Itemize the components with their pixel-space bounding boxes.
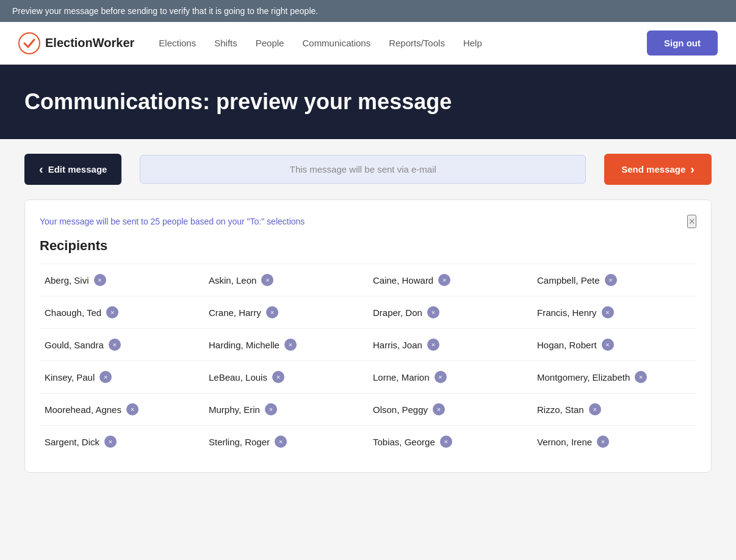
recipient-cell: Olson, Peggy×	[368, 393, 532, 425]
recipient-name: Harris, Joan	[373, 340, 422, 350]
recipient-name: Sterling, Roger	[209, 437, 270, 447]
send-message-button[interactable]: Send message ›	[604, 154, 712, 185]
remove-recipient-button[interactable]: ×	[104, 436, 117, 448]
edit-message-button[interactable]: ‹ Edit message	[24, 154, 121, 185]
recipient-name: Tobias, George	[373, 437, 435, 447]
recipients-notice: Your message will be sent to 25 people b…	[40, 215, 696, 228]
remove-recipient-button[interactable]: ×	[440, 436, 452, 448]
close-notice-button[interactable]: ×	[687, 215, 696, 228]
recipient-name: Rizzo, Stan	[537, 404, 584, 415]
chevron-left-icon: ‹	[39, 162, 43, 176]
remove-recipient-button[interactable]: ×	[433, 403, 445, 415]
navbar: ElectionWorker Elections Shifts People C…	[0, 22, 736, 65]
remove-recipient-button[interactable]: ×	[272, 371, 284, 383]
edit-message-label: Edit message	[48, 164, 107, 174]
remove-recipient-button[interactable]: ×	[602, 306, 614, 318]
logo[interactable]: ElectionWorker	[18, 32, 134, 54]
recipients-grid: Aberg, Sivi×Askin, Leon×Caine, Howard×Ca…	[40, 264, 696, 458]
sign-out-button[interactable]: Sign out	[647, 31, 718, 56]
nav-people[interactable]: People	[256, 38, 284, 48]
page-title: Communications: preview your message	[24, 89, 712, 115]
recipient-name: Moorehead, Agnes	[45, 404, 121, 415]
remove-recipient-button[interactable]: ×	[427, 306, 439, 318]
logo-text: ElectionWorker	[45, 36, 134, 50]
recipient-cell: Gould, Sandra×	[40, 328, 204, 361]
recipient-cell: LeBeau, Louis×	[204, 361, 368, 393]
remove-recipient-button[interactable]: ×	[427, 339, 439, 351]
top-banner: Preview your message before sending to v…	[0, 0, 736, 22]
recipient-cell: Rizzo, Stan×	[532, 393, 696, 425]
remove-recipient-button[interactable]: ×	[589, 403, 601, 415]
svg-point-0	[19, 33, 40, 54]
nav-help[interactable]: Help	[463, 38, 482, 48]
remove-recipient-button[interactable]: ×	[106, 306, 118, 318]
recipient-cell: Vernon, Irene×	[532, 425, 696, 458]
remove-recipient-button[interactable]: ×	[266, 306, 278, 318]
recipient-cell: Caine, Howard×	[368, 264, 532, 296]
recipient-cell: Campbell, Pete×	[532, 264, 696, 296]
recipient-name: Caine, Howard	[373, 275, 433, 285]
main-content: Your message will be sent to 25 people b…	[0, 199, 736, 497]
recipient-name: Vernon, Irene	[537, 437, 592, 447]
recipient-cell: Tobias, George×	[368, 425, 532, 458]
remove-recipient-button[interactable]: ×	[438, 274, 450, 286]
message-type-box: This message will be sent via e-mail	[140, 155, 586, 184]
remove-recipient-button[interactable]: ×	[126, 403, 139, 415]
recipient-cell: Sargent, Dick×	[40, 425, 204, 458]
recipients-card: Your message will be sent to 25 people b…	[24, 199, 712, 473]
recipient-name: Murphy, Erin	[209, 404, 260, 415]
remove-recipient-button[interactable]: ×	[94, 274, 106, 286]
recipient-cell: Aberg, Sivi×	[40, 264, 204, 296]
remove-recipient-button[interactable]: ×	[265, 403, 277, 415]
remove-recipient-button[interactable]: ×	[275, 436, 287, 448]
recipient-name: Crane, Harry	[209, 307, 261, 318]
recipient-cell: Murphy, Erin×	[204, 393, 368, 425]
recipient-name: Draper, Don	[373, 307, 422, 318]
recipient-name: Chaough, Ted	[45, 307, 101, 318]
recipient-name: Francis, Henry	[537, 307, 597, 318]
remove-recipient-button[interactable]: ×	[261, 274, 273, 286]
page-header: Communications: preview your message	[0, 65, 736, 139]
remove-recipient-button[interactable]: ×	[597, 436, 609, 448]
remove-recipient-button[interactable]: ×	[605, 274, 617, 286]
recipient-cell: Draper, Don×	[368, 296, 532, 328]
recipients-title: Recipients	[40, 238, 696, 254]
recipient-cell: Kinsey, Paul×	[40, 361, 204, 393]
recipient-cell: Crane, Harry×	[204, 296, 368, 328]
recipient-cell: Moorehead, Agnes×	[40, 393, 204, 425]
recipient-cell: Montgomery, Elizabeth×	[532, 361, 696, 393]
action-bar: ‹ Edit message This message will be sent…	[0, 139, 736, 199]
message-type-text: This message will be sent via e-mail	[290, 164, 436, 174]
remove-recipient-button[interactable]: ×	[435, 371, 447, 383]
recipient-name: Aberg, Sivi	[45, 275, 89, 285]
remove-recipient-button[interactable]: ×	[602, 339, 614, 351]
nav-communications[interactable]: Communications	[302, 38, 370, 48]
recipient-name: Lorne, Marion	[373, 372, 430, 382]
recipient-cell: Sterling, Roger×	[204, 425, 368, 458]
nav-shifts[interactable]: Shifts	[214, 38, 237, 48]
remove-recipient-button[interactable]: ×	[284, 339, 297, 351]
nav-reports-tools[interactable]: Reports/Tools	[389, 38, 445, 48]
recipient-cell: Lorne, Marion×	[368, 361, 532, 393]
recipient-cell: Hogan, Robert×	[532, 328, 696, 361]
remove-recipient-button[interactable]: ×	[635, 371, 647, 383]
recipient-cell: Chaough, Ted×	[40, 296, 204, 328]
logo-icon	[18, 32, 40, 54]
recipient-name: Gould, Sandra	[45, 340, 104, 350]
recipient-cell: Harris, Joan×	[368, 328, 532, 361]
recipient-cell: Harding, Michelle×	[204, 328, 368, 361]
recipient-name: Harding, Michelle	[209, 340, 280, 350]
recipient-name: Hogan, Robert	[537, 340, 597, 350]
remove-recipient-button[interactable]: ×	[99, 371, 112, 383]
banner-text: Preview your message before sending to v…	[12, 6, 318, 16]
send-message-label: Send message	[621, 164, 685, 174]
recipients-notice-text: Your message will be sent to 25 people b…	[40, 217, 305, 226]
nav-links: Elections Shifts People Communications R…	[159, 38, 647, 48]
recipient-name: Olson, Peggy	[373, 404, 428, 415]
recipient-name: Askin, Leon	[209, 275, 256, 285]
recipient-name: Kinsey, Paul	[45, 372, 95, 382]
nav-elections[interactable]: Elections	[159, 38, 196, 48]
remove-recipient-button[interactable]: ×	[109, 339, 121, 351]
recipient-name: Montgomery, Elizabeth	[537, 372, 630, 382]
recipient-cell: Askin, Leon×	[204, 264, 368, 296]
